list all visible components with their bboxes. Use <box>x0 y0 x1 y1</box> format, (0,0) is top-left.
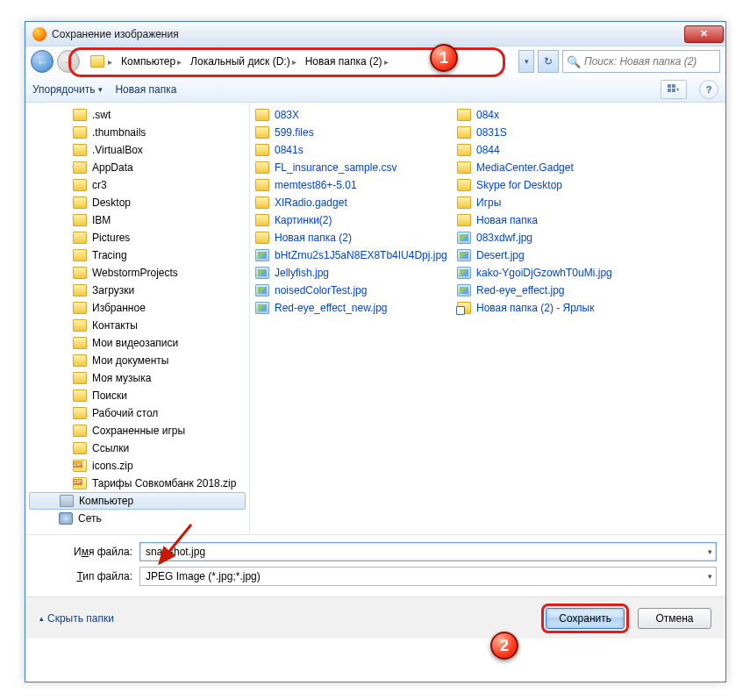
list-item[interactable]: 0831S <box>457 124 641 141</box>
tree-item[interactable]: Избранное <box>25 299 249 317</box>
fld-icon <box>73 442 87 454</box>
tree-item[interactable]: IBM <box>25 211 249 229</box>
crumb-computer[interactable]: Компьютер <box>121 55 175 68</box>
list-item-label: Новая папка (2) - Ярлык <box>476 302 594 314</box>
tree-item[interactable]: Tracing <box>25 246 249 264</box>
view-options-button[interactable] <box>661 80 687 99</box>
list-item[interactable]: Red-eye_effect_new.jpg <box>255 299 439 317</box>
list-item[interactable]: 599.files <box>255 124 439 141</box>
fld-icon <box>73 161 87 174</box>
tree-item[interactable]: Мои документы <box>25 352 249 369</box>
fld-icon <box>73 196 87 209</box>
tree-item-label: Поиски <box>92 389 127 402</box>
back-button[interactable]: ← <box>31 50 54 73</box>
list-item-label: FL_insurance_sample.csv <box>275 161 396 174</box>
new-folder-button[interactable]: Новая папка <box>115 83 176 96</box>
titlebar[interactable]: Сохранение изображения ✕ <box>25 22 725 46</box>
list-item[interactable]: 083xdwf.jpg <box>457 229 641 246</box>
tree-item[interactable]: Мои видеозаписи <box>25 334 249 352</box>
fld-icon <box>255 109 269 121</box>
nav-row: ← → ▸ Компьютер▸ Локальный диск (D:)▸ Но… <box>25 46 725 76</box>
list-item-label: XIRadio.gadget <box>275 196 347 209</box>
folder-tree[interactable]: .swt.thumbnails.VirtualBoxAppDatacr3Desk… <box>25 103 250 534</box>
list-item-label: 0841s <box>275 144 304 156</box>
tree-item[interactable]: Pictures <box>25 229 249 246</box>
img-icon <box>255 249 269 261</box>
tree-item-label: cr3 <box>92 179 107 191</box>
list-item[interactable]: Новая папка <box>457 211 641 229</box>
search-input[interactable] <box>584 55 717 68</box>
crumb-folder[interactable]: Новая папка (2) <box>305 55 382 68</box>
list-item[interactable]: Jellyfish.jpg <box>255 264 439 282</box>
close-button[interactable]: ✕ <box>684 25 724 43</box>
tree-item[interactable]: Поиски <box>25 387 249 404</box>
list-item[interactable]: noisedColorTest.jpg <box>255 282 439 299</box>
fld-icon <box>255 161 269 174</box>
forward-button[interactable]: → <box>57 50 80 73</box>
tree-item-label: Компьютер <box>79 495 133 507</box>
tree-item[interactable]: AppData <box>25 159 249 176</box>
zip-icon <box>73 460 87 472</box>
list-item[interactable]: Red-eye_effect.jpg <box>457 282 641 299</box>
refresh-button[interactable]: ↻ <box>538 50 559 73</box>
tree-item[interactable]: WebstormProjects <box>25 264 249 282</box>
tree-item[interactable]: cr3 <box>25 176 249 194</box>
fld-icon <box>255 196 269 209</box>
tree-item[interactable]: Компьютер <box>29 492 246 510</box>
fld-icon <box>73 267 87 279</box>
list-item-label: 083X <box>275 109 299 121</box>
tree-item[interactable]: .thumbnails <box>25 124 249 141</box>
list-item[interactable]: kako-YgoiDjGzowhT0uMi.jpg <box>457 264 641 282</box>
list-item[interactable]: Игры <box>457 194 641 211</box>
tree-item-label: IBM <box>92 214 111 226</box>
list-item[interactable]: memtest86+-5.01 <box>255 176 439 194</box>
tree-item[interactable]: Загрузки <box>25 282 249 299</box>
list-item[interactable]: FL_insurance_sample.csv <box>255 159 439 176</box>
list-item[interactable]: Skype for Desktop <box>457 176 641 194</box>
hide-folders-link[interactable]: ▴Скрыть папки <box>39 612 114 625</box>
tree-item[interactable]: Сеть <box>25 510 249 527</box>
tree-item[interactable]: .swt <box>25 106 249 124</box>
organize-menu[interactable]: Упорядочить▾ <box>32 83 103 96</box>
fld-icon <box>73 354 87 367</box>
help-button[interactable]: ? <box>699 80 718 99</box>
fld-icon <box>73 249 87 261</box>
list-item[interactable]: 084x <box>457 106 641 124</box>
tree-item[interactable]: Контакты <box>25 317 249 334</box>
tree-item[interactable]: Сохраненные игры <box>25 422 249 439</box>
filename-label: Имя файла: <box>34 546 139 558</box>
list-item[interactable]: Новая папка (2) <box>255 229 439 246</box>
list-item[interactable]: Новая папка (2) - Ярлык <box>457 299 641 317</box>
fld-icon <box>73 144 87 156</box>
toolbar: Упорядочить▾ Новая папка ? <box>25 76 725 103</box>
save-button[interactable]: Сохранить <box>546 608 625 629</box>
list-item[interactable]: XIRadio.gadget <box>255 194 439 211</box>
search-box[interactable]: 🔍 <box>562 50 720 73</box>
tree-item[interactable]: .VirtualBox <box>25 141 249 159</box>
tree-item[interactable]: Ссылки <box>25 439 249 457</box>
list-item-label: Red-eye_effect.jpg <box>476 284 565 296</box>
tree-item[interactable]: Desktop <box>25 194 249 211</box>
list-item[interactable]: Desert.jpg <box>457 246 641 264</box>
crumb-drive[interactable]: Локальный диск (D:) <box>190 55 290 68</box>
filename-input[interactable]: snapshot.jpg▾ <box>139 542 717 561</box>
fld-icon <box>457 196 471 209</box>
cancel-button[interactable]: Отмена <box>638 608 711 629</box>
fld-icon <box>255 214 269 226</box>
tree-item[interactable]: Рабочий стол <box>25 404 249 422</box>
tree-item-label: Сохраненные игры <box>92 425 185 437</box>
filetype-select[interactable]: JPEG Image (*.jpg;*.jpg)▾ <box>139 567 717 586</box>
list-item[interactable]: bHtZrnu2s1J5aN8EX8Tb4IU4Dpj.jpg <box>255 246 439 264</box>
tree-item[interactable]: Тарифы Совкомбанк 2018.zip <box>25 475 249 492</box>
tree-item-label: Контакты <box>92 319 138 332</box>
file-list[interactable]: 083X599.files0841sFL_insurance_sample.cs… <box>250 103 725 534</box>
address-dropdown[interactable]: ▾ <box>518 50 534 73</box>
tree-item[interactable]: icons.zip <box>25 457 249 475</box>
list-item[interactable]: 0844 <box>457 141 641 159</box>
list-item[interactable]: MediaCenter.Gadget <box>457 159 641 176</box>
tree-item[interactable]: Моя музыка <box>25 369 249 387</box>
list-item[interactable]: 0841s <box>255 141 439 159</box>
list-item-label: noisedColorTest.jpg <box>275 284 367 296</box>
list-item[interactable]: Картинки(2) <box>255 211 439 229</box>
list-item[interactable]: 083X <box>255 106 439 124</box>
